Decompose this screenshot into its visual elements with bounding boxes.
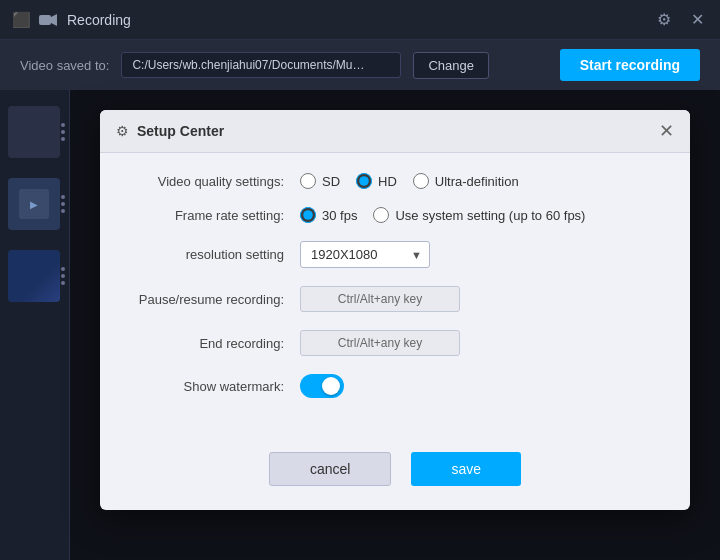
radio-system-fps-label: Use system setting (up to 60 fps) bbox=[395, 208, 585, 223]
dialog-header: ⚙ Setup Center ✕ bbox=[100, 110, 690, 153]
radio-hd-input[interactable] bbox=[356, 173, 372, 189]
save-path: C:/Users/wb.chenjiahui07/Documents/Mu… bbox=[121, 52, 401, 78]
toggle-thumb bbox=[322, 377, 340, 395]
dot bbox=[61, 137, 65, 141]
radio-sd-label: SD bbox=[322, 174, 340, 189]
thumb-wrap-1 bbox=[0, 106, 60, 158]
watermark-label: Show watermark: bbox=[130, 379, 300, 394]
radio-ultra-input[interactable] bbox=[413, 173, 429, 189]
thumbnail-2[interactable]: ▶ bbox=[8, 178, 60, 230]
resolution-controls: 1920X1080 1280X720 1024X768 800X600 ▼ bbox=[300, 241, 660, 268]
watermark-row: Show watermark: bbox=[130, 374, 660, 398]
end-recording-controls: Ctrl/Alt+any key bbox=[300, 330, 660, 356]
dot bbox=[61, 209, 65, 213]
radio-system-fps[interactable]: Use system setting (up to 60 fps) bbox=[373, 207, 585, 223]
sidebar: ▶ bbox=[0, 90, 70, 560]
pause-resume-row: Pause/resume recording: Ctrl/Alt+any key bbox=[130, 286, 660, 312]
camera-icon: ⬛ bbox=[12, 11, 31, 29]
video-quality-label: Video quality settings: bbox=[130, 174, 300, 189]
dialog-title-row: ⚙ Setup Center bbox=[116, 123, 224, 139]
svg-marker-1 bbox=[51, 14, 57, 26]
toggle-track bbox=[300, 374, 344, 398]
cancel-button[interactable]: cancel bbox=[269, 452, 391, 486]
dots-inner-1 bbox=[59, 117, 67, 147]
framerate-row: Frame rate setting: 30 fps Use system se… bbox=[130, 207, 660, 223]
radio-sd-input[interactable] bbox=[300, 173, 316, 189]
recording-icon bbox=[39, 13, 57, 27]
dot bbox=[61, 267, 65, 271]
resolution-select[interactable]: 1920X1080 1280X720 1024X768 800X600 bbox=[300, 241, 430, 268]
main-area: ▶ bbox=[0, 90, 720, 560]
thumb-label-2: ▶ bbox=[30, 199, 38, 210]
framerate-controls: 30 fps Use system setting (up to 60 fps) bbox=[300, 207, 660, 223]
framerate-label: Frame rate setting: bbox=[130, 208, 300, 223]
radio-hd[interactable]: HD bbox=[356, 173, 397, 189]
radio-ultra[interactable]: Ultra-definition bbox=[413, 173, 519, 189]
video-quality-row: Video quality settings: SD HD bbox=[130, 173, 660, 189]
resolution-row: resolution setting 1920X1080 1280X720 10… bbox=[130, 241, 660, 268]
toolbar: Video saved to: C:/Users/wb.chenjiahui07… bbox=[0, 40, 720, 90]
thumbnail-1[interactable] bbox=[8, 106, 60, 158]
save-button[interactable]: save bbox=[411, 452, 521, 486]
dialog-body: Video quality settings: SD HD bbox=[100, 153, 690, 436]
title-bar-left: ⬛ Recording bbox=[12, 11, 131, 29]
pause-resume-label: Pause/resume recording: bbox=[130, 292, 300, 307]
three-dots-3[interactable] bbox=[59, 261, 67, 291]
settings-button[interactable]: ⚙ bbox=[653, 8, 675, 31]
dot bbox=[61, 130, 65, 134]
app-title: Recording bbox=[67, 12, 131, 28]
dialog-close-button[interactable]: ✕ bbox=[659, 122, 674, 140]
start-recording-button[interactable]: Start recording bbox=[560, 49, 700, 81]
toolbar-label: Video saved to: bbox=[20, 58, 109, 73]
resolution-select-wrap: 1920X1080 1280X720 1024X768 800X600 ▼ bbox=[300, 241, 430, 268]
resolution-label: resolution setting bbox=[130, 247, 300, 262]
end-recording-label: End recording: bbox=[130, 336, 300, 351]
setup-gear-icon: ⚙ bbox=[116, 123, 129, 139]
watermark-controls bbox=[300, 374, 660, 398]
modal-overlay: ⚙ Setup Center ✕ Video quality settings:… bbox=[70, 90, 720, 560]
dot bbox=[61, 202, 65, 206]
radio-sd[interactable]: SD bbox=[300, 173, 340, 189]
end-recording-key-input[interactable]: Ctrl/Alt+any key bbox=[300, 330, 460, 356]
thumb-wrap-3 bbox=[0, 250, 60, 302]
dot bbox=[61, 274, 65, 278]
radio-ultra-label: Ultra-definition bbox=[435, 174, 519, 189]
sidebar-section-1 bbox=[0, 100, 69, 164]
end-recording-row: End recording: Ctrl/Alt+any key bbox=[130, 330, 660, 356]
title-bar-right: ⚙ ✕ bbox=[653, 8, 708, 31]
setup-dialog: ⚙ Setup Center ✕ Video quality settings:… bbox=[100, 110, 690, 510]
radio-30fps-input[interactable] bbox=[300, 207, 316, 223]
dialog-title: Setup Center bbox=[137, 123, 224, 139]
dot bbox=[61, 281, 65, 285]
pause-resume-key-input[interactable]: Ctrl/Alt+any key bbox=[300, 286, 460, 312]
thumb-blue-bg bbox=[8, 250, 60, 302]
radio-30fps[interactable]: 30 fps bbox=[300, 207, 357, 223]
dot bbox=[61, 123, 65, 127]
pause-resume-controls: Ctrl/Alt+any key bbox=[300, 286, 660, 312]
svg-rect-0 bbox=[39, 15, 51, 25]
radio-hd-label: HD bbox=[378, 174, 397, 189]
dots-inner-3 bbox=[59, 261, 67, 291]
content-area: ⚙ Setup Center ✕ Video quality settings:… bbox=[70, 90, 720, 560]
title-bar: ⬛ Recording ⚙ ✕ bbox=[0, 0, 720, 40]
radio-30fps-label: 30 fps bbox=[322, 208, 357, 223]
three-dots-2[interactable] bbox=[59, 189, 67, 219]
dot bbox=[61, 195, 65, 199]
thumb-wrap-2: ▶ bbox=[0, 178, 60, 230]
sidebar-section-2: ▶ bbox=[0, 172, 69, 236]
thumbnail-3[interactable] bbox=[8, 250, 60, 302]
sidebar-section-3 bbox=[0, 244, 69, 308]
thumb-inner-2: ▶ bbox=[19, 189, 49, 219]
three-dots-1[interactable] bbox=[59, 117, 67, 147]
video-quality-controls: SD HD Ultra-definition bbox=[300, 173, 660, 189]
dialog-footer: cancel save bbox=[100, 436, 690, 510]
watermark-toggle[interactable] bbox=[300, 374, 344, 398]
radio-system-fps-input[interactable] bbox=[373, 207, 389, 223]
close-button[interactable]: ✕ bbox=[687, 8, 708, 31]
thumb-dark-bg bbox=[8, 106, 60, 158]
dots-inner-2 bbox=[59, 189, 67, 219]
change-path-button[interactable]: Change bbox=[413, 52, 489, 79]
